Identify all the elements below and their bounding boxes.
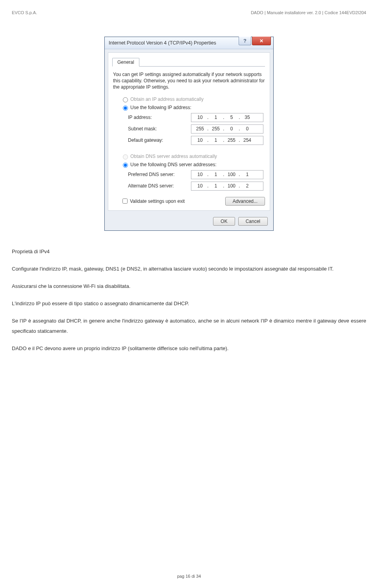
dialog-info-text: You can get IP settings assigned automat… bbox=[113, 71, 265, 91]
header-left: EVCO S.p.A. bbox=[12, 10, 37, 15]
ip-address-input[interactable]: 10. 1. 5. 35 bbox=[191, 113, 263, 122]
default-gateway-row: Default gateway: 10. 1. 255. 254 bbox=[128, 136, 265, 145]
radio-dns-auto: Obtain DNS server address automatically bbox=[121, 153, 265, 160]
alternate-dns-input[interactable]: 10. 1. 100. 2 bbox=[191, 182, 263, 191]
paragraph-2: Configurate l'indirizzo IP, mask, gatewa… bbox=[12, 264, 366, 274]
close-icon: ✕ bbox=[259, 39, 263, 43]
paragraph-1: Proprietà di IPv4 bbox=[12, 247, 366, 257]
radio-dns-auto-label: Obtain DNS server address automatically bbox=[130, 154, 217, 159]
header-right: DADO | Manuale installatore ver. 2.0 | C… bbox=[251, 10, 366, 15]
validate-settings-row[interactable]: Validate settings upon exit bbox=[121, 197, 185, 205]
default-gateway-input[interactable]: 10. 1. 255. 254 bbox=[191, 136, 263, 145]
ipv4-properties-dialog: Internet Protocol Version 4 (TCP/IPv4) P… bbox=[104, 37, 274, 231]
ip-address-row: IP address: 10. 1. 5. 35 bbox=[128, 113, 265, 122]
dialog-titlebar: Internet Protocol Version 4 (TCP/IPv4) P… bbox=[105, 37, 273, 49]
preferred-dns-row: Preferred DNS server: 10. 1. 100. 1 bbox=[128, 170, 265, 179]
radio-dns-manual-input[interactable] bbox=[123, 163, 128, 168]
radio-ip-manual[interactable]: Use the following IP address: bbox=[121, 104, 265, 111]
alternate-dns-row: Alternate DNS server: 10. 1. 100. 2 bbox=[128, 182, 265, 191]
radio-dns-auto-input bbox=[123, 154, 128, 160]
radio-dns-manual[interactable]: Use the following DNS server addresses: bbox=[121, 161, 265, 168]
close-button[interactable]: ✕ bbox=[252, 37, 271, 45]
page-header: EVCO S.p.A. DADO | Manuale installatore … bbox=[12, 10, 366, 15]
radio-dns-manual-label: Use the following DNS server addresses: bbox=[130, 162, 217, 167]
subnet-mask-input[interactable]: 255. 255. 0. 0 bbox=[191, 124, 263, 134]
tab-general[interactable]: General bbox=[112, 58, 139, 67]
preferred-dns-input[interactable]: 10. 1. 100. 1 bbox=[191, 170, 263, 179]
validate-checkbox[interactable] bbox=[122, 198, 128, 204]
ok-button[interactable]: OK bbox=[213, 217, 235, 226]
radio-ip-auto-input[interactable] bbox=[123, 97, 128, 102]
alternate-dns-label: Alternate DNS server: bbox=[128, 183, 191, 189]
advanced-button[interactable]: Advanced... bbox=[225, 197, 265, 206]
radio-ip-manual-label: Use the following IP address: bbox=[130, 105, 191, 110]
radio-ip-auto-label: Obtain an IP address automatically bbox=[130, 96, 204, 102]
default-gateway-label: Default gateway: bbox=[128, 137, 191, 143]
paragraph-5: Se l'IP è assegnato dal DHCP, in genere … bbox=[12, 316, 366, 336]
dialog-title: Internet Protocol Version 4 (TCP/IPv4) P… bbox=[109, 40, 216, 46]
subnet-mask-row: Subnet mask: 255. 255. 0. 0 bbox=[128, 124, 265, 134]
paragraph-4: L'indirizzo IP può essere di tipo static… bbox=[12, 299, 366, 309]
radio-ip-auto[interactable]: Obtain an IP address automatically bbox=[121, 96, 265, 102]
document-body-text: Proprietà di IPv4 Configurate l'indirizz… bbox=[12, 247, 366, 354]
radio-ip-manual-input[interactable] bbox=[123, 106, 128, 111]
ip-address-label: IP address: bbox=[128, 115, 191, 120]
paragraph-6: DADO e il PC devono avere un proprio ind… bbox=[12, 343, 366, 354]
page-footer: pag 16 di 34 bbox=[0, 574, 378, 579]
validate-label: Validate settings upon exit bbox=[130, 198, 185, 204]
paragraph-3: Assicurarsi che la connessione Wi-Fi sia… bbox=[12, 281, 366, 291]
question-icon: ? bbox=[243, 38, 246, 44]
cancel-button[interactable]: Cancel bbox=[238, 217, 268, 226]
subnet-mask-label: Subnet mask: bbox=[128, 126, 191, 132]
preferred-dns-label: Preferred DNS server: bbox=[128, 172, 191, 177]
help-button[interactable]: ? bbox=[239, 37, 251, 45]
